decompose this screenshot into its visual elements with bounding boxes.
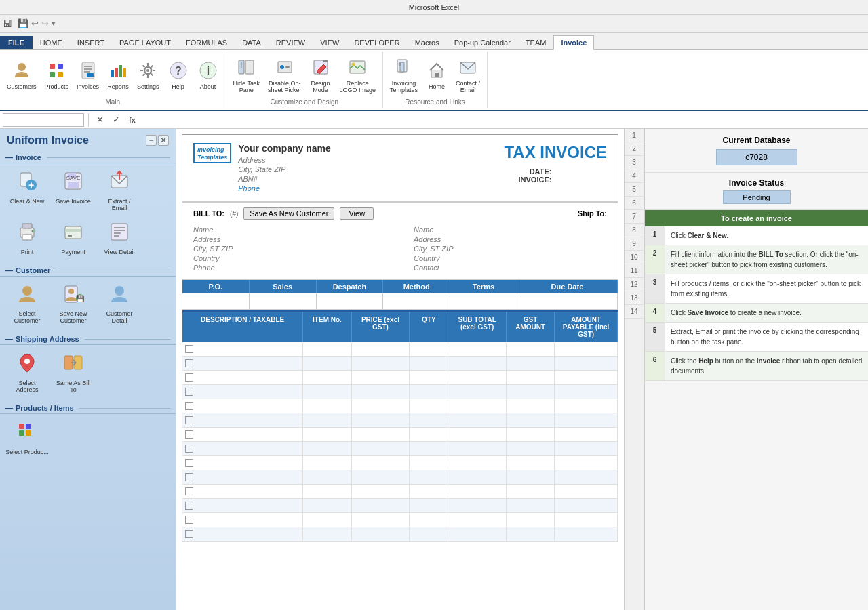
- item-cell-price-12[interactable]: [352, 499, 410, 512]
- item-cell-price-5[interactable]: [352, 399, 410, 413]
- item-cell-desc-8[interactable]: [182, 442, 303, 455]
- item-checkbox-8[interactable]: [185, 445, 193, 453]
- item-cell-no-11[interactable]: [303, 485, 351, 498]
- item-cell-desc-4[interactable]: [182, 385, 303, 399]
- po-val-po[interactable]: [182, 293, 250, 310]
- ribbon-btn-replace-logo[interactable]: ReplaceLOGO Image: [337, 56, 379, 95]
- item-cell-desc-3[interactable]: [182, 371, 303, 384]
- item-cell-no-5[interactable]: [303, 399, 351, 413]
- item-cell-subtotal-14[interactable]: [448, 527, 507, 541]
- ribbon-btn-settings[interactable]: Settings: [134, 60, 162, 92]
- item-checkbox-1[interactable]: [185, 345, 193, 353]
- item-cell-amount-12[interactable]: [555, 499, 618, 512]
- btn-clear-new[interactable]: + Clear & New: [5, 167, 49, 214]
- btn-save-new-customer[interactable]: 💾 Save NewCustomer: [52, 281, 95, 327]
- item-cell-desc-1[interactable]: [182, 342, 303, 356]
- item-checkbox-13[interactable]: [185, 516, 193, 524]
- item-cell-no-6[interactable]: [303, 413, 351, 427]
- ribbon-btn-reports[interactable]: Reports: [104, 60, 132, 92]
- item-cell-amount-14[interactable]: [555, 527, 618, 541]
- item-cell-no-12[interactable]: [303, 499, 351, 512]
- item-cell-no-4[interactable]: [303, 385, 351, 399]
- item-cell-subtotal-12[interactable]: [448, 499, 507, 512]
- item-cell-no-14[interactable]: [303, 527, 351, 541]
- po-val-terms[interactable]: [450, 293, 517, 310]
- item-checkbox-6[interactable]: [185, 416, 193, 424]
- item-cell-no-3[interactable]: [303, 371, 351, 384]
- item-cell-price-13[interactable]: [352, 513, 410, 527]
- item-cell-qty-12[interactable]: [410, 499, 448, 512]
- btn-customer-detail[interactable]: CustomerDetail: [98, 281, 141, 327]
- item-cell-subtotal-9[interactable]: [448, 456, 507, 470]
- item-cell-gst-13[interactable]: [507, 513, 555, 527]
- item-cell-desc-12[interactable]: [182, 499, 303, 512]
- item-cell-amount-2[interactable]: [555, 357, 618, 370]
- item-checkbox-2[interactable]: [185, 359, 193, 367]
- item-cell-amount-11[interactable]: [555, 485, 618, 498]
- item-cell-subtotal-1[interactable]: [448, 342, 507, 356]
- tab-insert[interactable]: INSERT: [70, 35, 112, 49]
- item-checkbox-12[interactable]: [185, 502, 193, 510]
- item-cell-qty-8[interactable]: [410, 442, 448, 455]
- item-cell-qty-1[interactable]: [410, 342, 448, 356]
- item-cell-qty-4[interactable]: [410, 385, 448, 399]
- ribbon-btn-design-mode[interactable]: DesignMode: [307, 56, 334, 95]
- item-cell-no-10[interactable]: [303, 470, 351, 484]
- ribbon-btn-invoicing-templates[interactable]: InvoicingTemplates: [387, 56, 420, 95]
- item-cell-price-9[interactable]: [352, 456, 410, 470]
- btn-extract-email[interactable]: Extract /Email: [98, 167, 141, 214]
- tab-team[interactable]: TEAM: [518, 35, 554, 49]
- ribbon-btn-customers[interactable]: Customers: [4, 60, 39, 92]
- tab-formulas[interactable]: FORMULAS: [178, 35, 235, 49]
- btn-select-address[interactable]: SelectAddress: [5, 349, 49, 396]
- item-cell-price-8[interactable]: [352, 442, 410, 455]
- item-checkbox-9[interactable]: [185, 459, 193, 467]
- tab-review[interactable]: REVIEW: [269, 35, 313, 49]
- ribbon-btn-hide-pane[interactable]: Hide TaskPane: [231, 56, 262, 95]
- item-cell-desc-2[interactable]: [182, 357, 303, 370]
- tab-popup-calendar[interactable]: Pop-up Calendar: [447, 35, 518, 49]
- item-cell-gst-12[interactable]: [507, 499, 555, 512]
- btn-view-detail[interactable]: View Detail: [98, 218, 141, 258]
- item-cell-no-13[interactable]: [303, 513, 351, 527]
- item-cell-qty-10[interactable]: [410, 470, 448, 484]
- item-cell-subtotal-4[interactable]: [448, 385, 507, 399]
- item-cell-desc-9[interactable]: [182, 456, 303, 470]
- item-cell-price-14[interactable]: [352, 527, 410, 541]
- item-cell-price-6[interactable]: [352, 413, 410, 427]
- item-cell-amount-10[interactable]: [555, 470, 618, 484]
- item-checkbox-10[interactable]: [185, 473, 193, 481]
- insert-function-btn[interactable]: fx: [125, 113, 139, 127]
- item-cell-subtotal-3[interactable]: [448, 371, 507, 384]
- ribbon-btn-products[interactable]: Products: [42, 60, 72, 92]
- po-val-due-date[interactable]: [517, 293, 618, 310]
- item-cell-amount-5[interactable]: [555, 399, 618, 413]
- ribbon-btn-about[interactable]: i About: [195, 60, 222, 92]
- item-checkbox-4[interactable]: [185, 388, 193, 396]
- phone-link[interactable]: Phone: [238, 184, 260, 192]
- item-cell-subtotal-5[interactable]: [448, 399, 507, 413]
- btn-select-customer[interactable]: SelectCustomer: [5, 281, 49, 327]
- ribbon-btn-home[interactable]: Home: [423, 60, 450, 92]
- item-cell-subtotal-10[interactable]: [448, 470, 507, 484]
- item-cell-gst-5[interactable]: [507, 399, 555, 413]
- item-cell-gst-10[interactable]: [507, 470, 555, 484]
- tab-data[interactable]: DATA: [235, 35, 269, 49]
- item-cell-qty-13[interactable]: [410, 513, 448, 527]
- item-cell-amount-1[interactable]: [555, 342, 618, 356]
- po-val-sales[interactable]: [250, 293, 317, 310]
- formula-input[interactable]: [142, 113, 865, 127]
- item-cell-subtotal-2[interactable]: [448, 357, 507, 370]
- ribbon-btn-help[interactable]: ? Help: [165, 60, 192, 92]
- item-cell-desc-11[interactable]: [182, 485, 303, 498]
- item-checkbox-7[interactable]: [185, 430, 193, 439]
- item-cell-no-1[interactable]: [303, 342, 351, 356]
- item-cell-subtotal-7[interactable]: [448, 428, 507, 441]
- item-cell-price-7[interactable]: [352, 428, 410, 441]
- btn-same-as-bill[interactable]: Same As BillTo: [52, 349, 95, 396]
- tab-file[interactable]: FILE: [0, 36, 33, 49]
- item-cell-subtotal-13[interactable]: [448, 513, 507, 527]
- item-cell-desc-7[interactable]: [182, 428, 303, 441]
- item-cell-subtotal-8[interactable]: [448, 442, 507, 455]
- item-cell-amount-13[interactable]: [555, 513, 618, 527]
